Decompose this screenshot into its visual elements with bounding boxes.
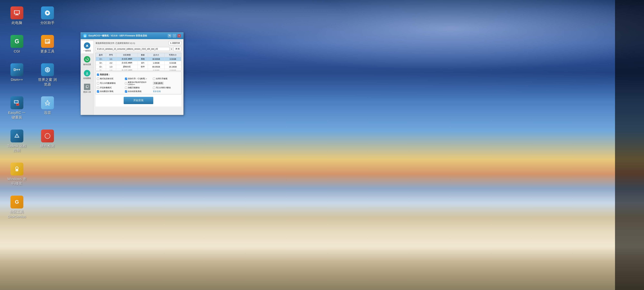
partition-table-container[interactable]: 盘符 序号 分区类型 卷标 总大小 可用大小 C:\ 1:1 主分区,MBR 系… <box>96 53 182 70</box>
minimize-btn[interactable]: ─ <box>172 34 176 38</box>
cell-drive: E:\ <box>96 65 106 69</box>
desktop-icon-pc[interactable]: 此电脑 <box>6 7 27 25</box>
advanced-toggle[interactable] <box>97 74 99 76</box>
tools-label: 更多工具 <box>40 49 54 54</box>
refresh-icon: ↻ <box>170 42 172 44</box>
pc-icon <box>10 7 23 19</box>
cell-free: 3.31GB <box>164 57 181 61</box>
install-button[interactable]: 开始安装 <box>124 97 153 104</box>
usb3-label: 导入USB3.X驱动 <box>156 86 171 89</box>
desktop-icon-snow[interactable]: 迅雷 <box>37 96 58 120</box>
desktop-icon-easyrc[interactable]: EasyRC 一键重装 <box>6 96 27 120</box>
sidebar-online[interactable]: 在线重装 <box>81 68 94 81</box>
cell-num: 1:3 <box>106 65 116 69</box>
cell-drive: F:\ <box>96 69 106 71</box>
cell-total: 0.80GB <box>148 69 164 71</box>
svg-marker-28 <box>84 35 86 37</box>
table-row[interactable]: F:\ 1:2 主分区,MBR 0.80GB 0.29GB <box>96 69 181 71</box>
todesk-label: Todesk 远程控制 <box>6 144 27 153</box>
close-btn[interactable]: ✕ <box>178 34 181 38</box>
app-icon <box>83 34 87 38</box>
usb3-checkbox[interactable] <box>153 87 155 89</box>
right-overlay <box>615 0 644 290</box>
cgi-icon: G <box>10 35 23 48</box>
universal-driver-label: 加载万能驱动 <box>128 86 140 89</box>
svg-marker-30 <box>86 59 86 60</box>
desktop-icon-tools[interactable]: 更多工具 <box>37 35 58 54</box>
diskgenius-label: 分区工具 DiskGenius <box>6 210 27 219</box>
diskgenius-icon: G <box>10 196 23 208</box>
svg-point-25 <box>16 167 18 169</box>
desktop: 此电脑 分区助手 G CGI <box>0 0 644 290</box>
sidebar-more[interactable]: 更多工具 <box>81 82 94 95</box>
sidebar-backup[interactable]: 备份还原 <box>81 55 94 67</box>
desktop-icon-cgi[interactable]: G CGI <box>6 35 27 54</box>
hw-icon <box>41 130 54 142</box>
col-label: 卷标 <box>138 53 148 57</box>
antivirus-label: 开启杀毒模式 <box>100 86 112 89</box>
desktop-icon-todesk[interactable]: Todesk 远程控制 <box>6 130 27 153</box>
reinstall-icon <box>84 42 90 49</box>
browse-button[interactable]: 浏 览 <box>174 47 182 51</box>
password-icon <box>10 163 23 175</box>
auto-install-label: 全自动安装系统 <box>128 90 142 93</box>
method1-tag: 方案1[推荐] <box>153 82 164 85</box>
col-num: 序号 <box>106 53 116 57</box>
antenna-btn[interactable]: 📡 <box>168 34 171 38</box>
title-bar-left: EasyRCV2一键装机 - V2.0.8 - UEFI Firmware 非安… <box>83 34 147 38</box>
reinstall-label: 一键重装 <box>83 50 91 52</box>
universal-driver-checkbox[interactable] <box>125 87 127 89</box>
svg-rect-9 <box>46 42 48 42</box>
online-label: 在线重装 <box>83 77 91 79</box>
cell-drive: D:\ <box>96 61 106 65</box>
cell-free: 16.19GB <box>164 65 181 69</box>
col-drive: 盘符 <box>96 53 106 57</box>
app-window: EasyRCV2一键装机 - V2.0.8 - UEFI Firmware 非安… <box>80 32 184 115</box>
svg-rect-2 <box>16 14 18 15</box>
import11-checkbox[interactable] <box>97 82 99 84</box>
online-icon <box>84 70 90 76</box>
refresh-button[interactable]: ↻ 刷新列表 <box>168 41 182 45</box>
sidebar-reinstall[interactable]: 一键重装 <box>81 41 94 54</box>
snow-label: 迅雷 <box>44 111 51 115</box>
snow-icon <box>41 96 54 109</box>
option-add-boot: 添加引导：C:\[推荐] ∨ <box>125 77 152 80</box>
svg-rect-1 <box>15 11 19 14</box>
desktop-icon-diskgenius[interactable]: G 分区工具 DiskGenius <box>6 196 27 219</box>
desktop-icon-hw[interactable]: 硬件检测 <box>37 130 58 153</box>
desktop-icon-partition[interactable]: 分区助手 <box>37 7 58 25</box>
table-row[interactable]: E:\ 1:3 逻辑分区 软件 80.05GB 16.19GB <box>96 65 181 69</box>
window-body: 一键重装 备份还原 <box>81 39 184 115</box>
format-checkbox[interactable] <box>97 78 99 80</box>
desktop-icon-browser[interactable]: 世界之窗 浏览器 <box>37 63 58 87</box>
cell-label: EFI <box>138 61 148 65</box>
fix-win7-checkbox[interactable] <box>125 82 127 84</box>
cell-num: 1:2 <box>106 69 116 71</box>
dism-icon: D++ <box>10 63 23 76</box>
title-bar: EasyRCV2一键装机 - V2.0.8 - UEFI Firmware 非安… <box>81 32 184 39</box>
add-boot-checkbox[interactable] <box>125 78 127 80</box>
auto-install-checkbox[interactable] <box>125 90 127 93</box>
dism-label: Dism++ <box>11 78 23 82</box>
table-row[interactable]: C:\ 1:1 主分区,MBR 系统 30.93GB 3.31GB <box>96 57 181 61</box>
cell-label: 系统 <box>138 57 148 61</box>
desktop-icon-dism[interactable]: D++ Dism++ <box>6 63 27 87</box>
auto-restart-checkbox[interactable] <box>97 90 99 93</box>
install-btn-row: 开始安装 <box>96 94 182 107</box>
option-format: 格式化目标分区 <box>97 77 124 80</box>
table-row[interactable]: D:\ 2:2 主分区,MBR EFI 1.00GB 0.31GB <box>96 61 181 65</box>
option-auto-install: 全自动安装系统 <box>125 90 152 93</box>
hw-label: 硬件检测 <box>40 144 54 148</box>
desktop-icon-password[interactable]: Windows 密码修改 <box>6 163 27 186</box>
file-path-input[interactable] <box>96 47 170 51</box>
backup-label: 备份还原 <box>83 63 91 66</box>
antivirus-checkbox[interactable] <box>97 87 99 89</box>
option-more: 更多选项 <box>153 90 180 93</box>
more-options-link[interactable]: 更多选项 <box>153 90 161 93</box>
full-boot-checkbox[interactable] <box>153 78 155 80</box>
option-usb3: 导入USB3.X驱动 <box>153 86 180 89</box>
cell-free: 0.31GB <box>164 61 181 65</box>
tools-icon <box>41 35 54 48</box>
option-fix-win7: 修复Win7纯UEFI启动卡LOGO>> <box>125 81 152 85</box>
more-icon <box>84 84 90 90</box>
